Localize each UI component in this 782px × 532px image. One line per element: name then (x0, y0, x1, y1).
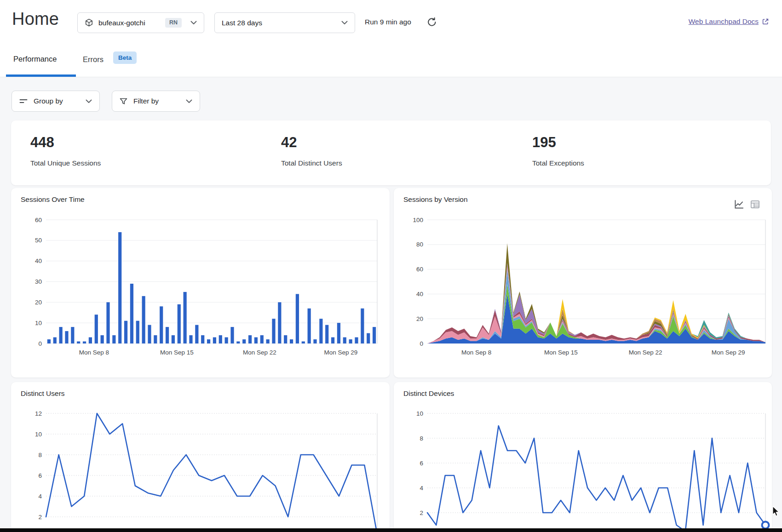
chart-title: Distinct Devices (403, 389, 454, 398)
stat-label: Total Distinct Users (281, 159, 342, 167)
svg-text:12: 12 (35, 410, 42, 417)
header: Home bufeaux-gotchi RN Last 28 days Run … (0, 0, 782, 77)
group-by-label: Group by (34, 97, 80, 105)
sessions-over-time-chart[interactable]: 0102030405060Mon Sep 8Mon Sep 15Mon Sep … (11, 210, 390, 358)
svg-text:100: 100 (413, 217, 423, 223)
date-range-selector[interactable]: Last 28 days (214, 12, 355, 33)
sessions-by-version-chart[interactable]: 020406080100Mon Sep 8Mon Sep 15Mon Sep 2… (394, 210, 772, 358)
stat-value: 448 (30, 134, 54, 151)
svg-text:Mon Sep 22: Mon Sep 22 (243, 349, 276, 356)
svg-text:Mon Sep 22: Mon Sep 22 (629, 349, 662, 356)
stat-label: Total Exceptions (532, 159, 584, 167)
filter-by-button[interactable]: Filter by (112, 91, 200, 112)
svg-text:20: 20 (35, 299, 42, 306)
chart-title: Distinct Users (21, 389, 65, 398)
chevron-down-icon (341, 21, 348, 25)
svg-text:40: 40 (35, 257, 42, 264)
svg-text:40: 40 (416, 291, 423, 297)
svg-text:8: 8 (420, 435, 423, 442)
distinct-users-card: Distinct Users 24681012 (11, 382, 390, 532)
group-by-icon (19, 97, 28, 105)
sessions-by-version-card: Sessions by Version 020406080100Mon Sep … (394, 188, 772, 378)
chart-title: Sessions Over Time (21, 195, 85, 204)
svg-text:50: 50 (35, 237, 42, 244)
stat-label: Total Unique Sessions (30, 159, 101, 167)
svg-text:60: 60 (35, 217, 42, 223)
svg-text:4: 4 (420, 485, 423, 492)
external-link-icon (762, 18, 769, 25)
chevron-down-icon (86, 99, 92, 103)
svg-text:8: 8 (38, 452, 42, 458)
run-status: Run 9 min ago (365, 18, 411, 26)
svg-text:0: 0 (420, 340, 423, 347)
chart-toggle-line-button[interactable] (734, 199, 745, 210)
beta-badge[interactable]: Beta (113, 51, 137, 64)
refresh-button[interactable] (426, 17, 437, 28)
group-by-button[interactable]: Group by (12, 91, 100, 112)
distinct-users-chart[interactable]: 24681012 (11, 410, 390, 532)
svg-text:2: 2 (38, 514, 42, 521)
app-platform-badge: RN (165, 18, 182, 28)
svg-text:60: 60 (416, 266, 423, 273)
svg-text:4: 4 (38, 493, 42, 500)
date-range-value: Last 28 days (222, 19, 341, 27)
svg-text:2: 2 (420, 509, 423, 516)
svg-text:6: 6 (420, 460, 423, 467)
chevron-down-icon (190, 21, 197, 25)
filter-icon (120, 97, 127, 105)
chevron-down-icon (186, 99, 192, 103)
page-title: Home (12, 9, 59, 29)
svg-text:Mon Sep 8: Mon Sep 8 (79, 349, 109, 356)
stat-value: 42 (281, 134, 297, 151)
chart-toggle-table-button[interactable] (750, 199, 761, 210)
content-area: Group by Filter by 448 Total Unique Sess… (0, 77, 782, 532)
svg-text:Mon Sep 29: Mon Sep 29 (712, 349, 745, 356)
chart-title: Sessions by Version (403, 195, 468, 204)
stat-value: 195 (532, 134, 556, 151)
stats-card: 448 Total Unique Sessions 42 Total Disti… (11, 120, 771, 185)
svg-text:6: 6 (38, 472, 42, 479)
app-selector[interactable]: bufeaux-gotchi RN (77, 12, 204, 33)
package-icon (85, 18, 93, 27)
refresh-icon (426, 17, 437, 28)
svg-text:10: 10 (35, 431, 42, 438)
line-chart-icon (734, 199, 744, 210)
tab-errors[interactable]: Errors (83, 55, 104, 64)
bottom-bar (0, 528, 782, 532)
svg-text:Mon Sep 15: Mon Sep 15 (160, 349, 194, 356)
distinct-devices-chart[interactable]: 246810 (394, 410, 772, 532)
svg-text:20: 20 (416, 315, 423, 322)
svg-text:Mon Sep 8: Mon Sep 8 (461, 349, 491, 356)
svg-text:10: 10 (35, 320, 42, 326)
docs-link[interactable]: Web Launchpad Docs (689, 17, 769, 26)
svg-text:10: 10 (416, 410, 423, 417)
sessions-over-time-card: Sessions Over Time 0102030405060Mon Sep … (11, 188, 390, 378)
distinct-devices-card: Distinct Devices 246810 (394, 382, 772, 532)
tab-performance[interactable]: Performance (13, 55, 57, 63)
svg-text:0: 0 (38, 340, 42, 347)
svg-text:Mon Sep 29: Mon Sep 29 (324, 349, 357, 356)
docs-link-label: Web Launchpad Docs (689, 17, 759, 26)
table-icon (750, 199, 760, 210)
app-name: bufeaux-gotchi (98, 19, 165, 27)
svg-text:30: 30 (35, 278, 42, 285)
svg-text:80: 80 (416, 241, 423, 248)
svg-text:Mon Sep 15: Mon Sep 15 (544, 349, 578, 356)
filter-by-label: Filter by (133, 97, 180, 105)
